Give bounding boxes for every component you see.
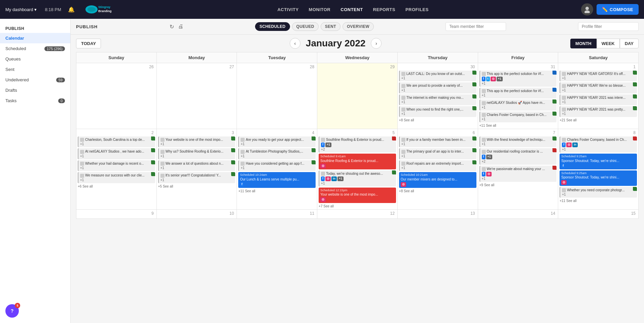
sidebar-item-undelivered[interactable]: Undelivered 59 xyxy=(0,75,70,85)
calendar-event[interactable]: We are proud to provide a variety of...+… xyxy=(399,82,476,93)
month-view-button[interactable]: MONTH xyxy=(570,39,597,48)
sidebar-item-tasks[interactable]: Tasks 0 xyxy=(0,95,70,106)
calendar-event[interactable]: LAST CALL: Do you know of an outst...+1 xyxy=(399,71,476,81)
calendar-cell-5[interactable]: 5Southline Roofing & Exterior is proud..… xyxy=(317,129,398,210)
calendar-event[interactable]: Are you ready to get your app project...… xyxy=(238,136,316,147)
calendar-event[interactable]: Our residential roofing contractor is ..… xyxy=(479,148,557,164)
calendar-cell-10[interactable]: 10 xyxy=(156,209,237,218)
calendar-cell-8[interactable]: 8Charles Foster Company, based in Ch...f… xyxy=(558,129,639,210)
sidebar-item-drafts[interactable]: Drafts xyxy=(0,85,70,95)
calendar-cell-3[interactable]: 3Your website is one of the most impo...… xyxy=(156,129,237,210)
calendar-event[interactable]: This app is the perfect solution for #f.… xyxy=(479,71,557,87)
nav-profiles[interactable]: PROFILES xyxy=(405,6,429,13)
tab-scheduled[interactable]: SCHEDULED xyxy=(255,22,290,31)
calendar-cell-27[interactable]: 27 xyxy=(156,63,237,129)
calendar-event[interactable]: This app is the perfect solution for #f.… xyxy=(479,88,557,98)
calendar-event[interactable]: The primary goal of an app is to inter..… xyxy=(399,148,476,159)
calendar-event[interactable]: Whether your hail damage is recent o...+… xyxy=(78,160,155,171)
day-view-button[interactable]: DAY xyxy=(620,39,639,48)
tab-sent[interactable]: SENT xyxy=(321,22,341,31)
calendar-cell-28[interactable]: 28 xyxy=(237,63,317,129)
week-view-button[interactable]: WEEK xyxy=(597,39,620,48)
nav-content[interactable]: CONTENT xyxy=(341,6,363,13)
calendar-cell-11[interactable]: 11 xyxy=(237,209,317,218)
sidebar-item-scheduled[interactable]: Scheduled 175 (296) xyxy=(0,43,70,54)
profile-filter-input[interactable] xyxy=(578,22,639,31)
calendar-event[interactable]: Have you considered getting an app f...+… xyxy=(238,160,316,171)
see-all-link[interactable]: +8 See all xyxy=(399,118,476,122)
calendar-event[interactable]: At Tumbleston Photography Studios,...+1 xyxy=(238,148,316,159)
calendar-cell-13[interactable]: 13 xyxy=(397,209,478,218)
calendar-event[interactable]: Scheduled 9:25amSponsor Shoutout: Today,… xyxy=(560,170,637,186)
tab-overview[interactable]: OVERVIEW xyxy=(343,22,374,31)
calendar-event[interactable]: We answer a lot of questions about n...+… xyxy=(158,160,236,171)
calendar-event[interactable]: Charles Foster Company, based in Ch...+1 xyxy=(479,112,557,122)
calendar-event[interactable]: It's senior year!!! Congratulations! Y..… xyxy=(158,172,236,183)
calendar-event[interactable]: We measure our success with our clie...+… xyxy=(78,172,155,183)
calendar-cell-7[interactable]: 7With the finest knowledge of techniqu..… xyxy=(478,129,558,210)
calendar-event[interactable]: At netGALAXY Studios , we have ado...+1 xyxy=(78,148,155,159)
calendar-cell-26[interactable]: 26 xyxy=(76,63,157,129)
see-all-link[interactable]: +9 See all xyxy=(479,183,557,187)
calendar-cell-12[interactable]: 12 xyxy=(317,209,398,218)
calendar-event[interactable]: With the finest knowledge of techniqu...… xyxy=(479,136,557,147)
calendar-cell-2[interactable]: 2Charleston, South Carolina is a top de.… xyxy=(76,129,157,210)
calendar-cell-1[interactable]: 1HAPPY NEW YEAR GATORS! It's off...+1HAP… xyxy=(558,63,639,129)
see-all-link[interactable]: +5 See all xyxy=(158,185,236,188)
calendar-event[interactable]: We're passionate about making your ...f◎… xyxy=(479,166,557,182)
see-all-link[interactable]: +11 See all xyxy=(560,199,637,203)
user-avatar-button[interactable] xyxy=(581,3,593,15)
tab-queued[interactable]: QUEUED xyxy=(292,22,319,31)
calendar-event[interactable]: Today, we're shouting out the aweso...f◎… xyxy=(319,170,396,187)
see-all-link[interactable]: +21 See all xyxy=(560,118,637,122)
compose-button[interactable]: ✏️ COMPOSE xyxy=(597,4,639,15)
nav-reports[interactable]: REPORTS xyxy=(373,6,395,13)
calendar-event[interactable]: Scheduled 10:24amOur Lunch & Learns serv… xyxy=(238,172,316,188)
calendar-event[interactable]: HAPPY NEW YEAR! 2021 was pretty...+1 xyxy=(560,106,637,117)
calendar-event[interactable]: Scheduled 12:15pmYour website is one of … xyxy=(319,188,396,203)
print-button[interactable]: 🖨 xyxy=(178,24,183,30)
calendar-event[interactable]: Scheduled 10:21amOur member mixers are d… xyxy=(399,172,476,188)
calendar-event[interactable]: HAPPY NEW YEAR! We're so blesse...+1 xyxy=(560,82,637,93)
calendar-event[interactable]: If you or a family member has been in...… xyxy=(399,136,476,147)
calendar-cell-9[interactable]: 9 xyxy=(76,209,157,218)
calendar-event[interactable]: HAPPY NEW YEAR! 2021 was intere...+1 xyxy=(560,94,637,105)
sidebar-item-calendar[interactable]: Calendar xyxy=(0,33,70,43)
calendar-cell-15[interactable]: 15 xyxy=(558,209,639,218)
bell-icon[interactable]: 🔔 xyxy=(68,6,75,13)
calendar-cell-30[interactable]: 30LAST CALL: Do you know of an outst...+… xyxy=(397,63,478,129)
help-button[interactable]: ? 5 xyxy=(5,304,19,318)
see-all-link[interactable]: +11 See all xyxy=(238,189,316,193)
calendar-cell-14[interactable]: 14 xyxy=(478,209,558,218)
sidebar-item-queues[interactable]: Queues xyxy=(0,54,70,64)
calendar-cell-4[interactable]: 4Are you ready to get your app project..… xyxy=(237,129,317,210)
see-all-link[interactable]: +8 See all xyxy=(399,189,476,193)
calendar-event[interactable]: Whether you need corporate photogr...+1 xyxy=(560,187,637,198)
nav-monitor[interactable]: MONITOR xyxy=(309,6,331,13)
calendar-event[interactable]: Scheduled 9:41amSouthline Roofing & Exte… xyxy=(319,154,396,169)
dashboard-link[interactable]: My dashboard ▾ xyxy=(5,7,37,12)
calendar-event[interactable]: Charleston, South Carolina is a top de..… xyxy=(78,136,155,147)
calendar-event[interactable]: Southline Roofing & Exterior is proud...… xyxy=(319,136,396,153)
calendar-event[interactable]: The internet is either making you mo...+… xyxy=(399,94,476,105)
team-member-filter-input[interactable] xyxy=(445,22,506,31)
next-month-button[interactable]: › xyxy=(371,38,382,49)
see-all-link[interactable]: +6 See all xyxy=(78,185,155,188)
calendar-cell-31[interactable]: 31This app is the perfect solution for #… xyxy=(478,63,558,129)
prev-month-button[interactable]: ‹ xyxy=(290,38,300,49)
calendar-event[interactable]: When you need to find the right one,...+… xyxy=(399,106,476,117)
today-button[interactable]: TODAY xyxy=(76,39,101,48)
calendar-event[interactable]: Your website is one of the most impo...+… xyxy=(158,136,236,147)
calendar-cell-29[interactable]: 29 xyxy=(317,63,398,129)
calendar-event[interactable]: Scheduled 9:25amSponsor Shoutout: Today,… xyxy=(560,154,637,169)
calendar-event[interactable]: Charles Foster Company, based in Ch...f◎… xyxy=(560,136,637,153)
see-all-link[interactable]: +11 See all xyxy=(479,124,557,127)
refresh-button[interactable]: ↻ xyxy=(170,24,174,30)
calendar-event[interactable]: HAPPY NEW YEAR GATORS! It's off...+1 xyxy=(560,71,637,81)
see-all-link[interactable]: +7 See all xyxy=(319,204,396,208)
calendar-event[interactable]: Roof repairs are an extremely import...+… xyxy=(399,160,476,171)
calendar-cell-6[interactable]: 6If you or a family member has been in..… xyxy=(397,129,478,210)
calendar-event[interactable]: netGALAXY Studios 🚀 Apps have m...+1 xyxy=(479,99,557,110)
nav-activity[interactable]: ACTIVITY xyxy=(277,6,298,13)
calendar-event[interactable]: Why us? Southline Roofing & Exterio...+1 xyxy=(158,148,236,159)
